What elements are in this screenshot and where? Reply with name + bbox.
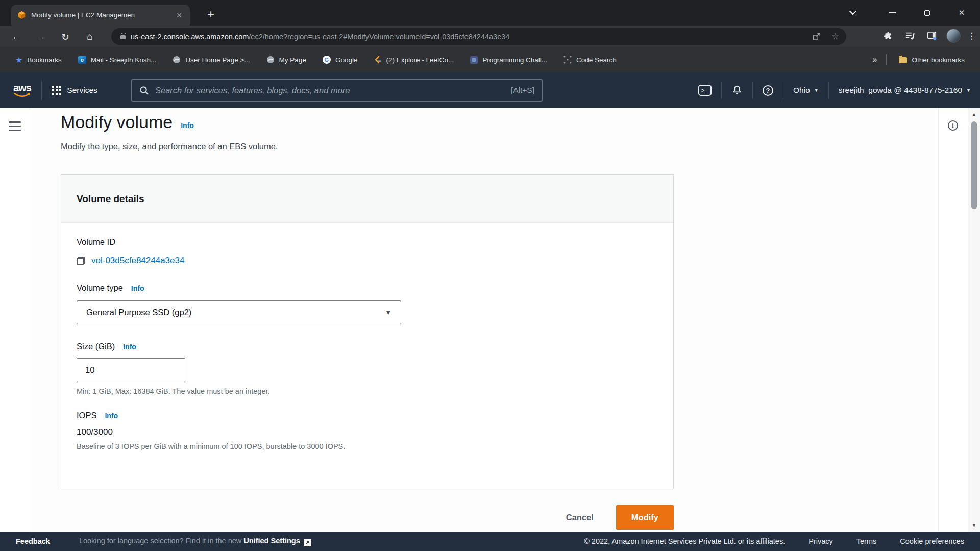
browser-tab[interactable]: Modify volume | EC2 Managemen ✕ xyxy=(11,5,190,26)
bookmark-item-bookmarks[interactable]: ★ Bookmarks xyxy=(7,52,70,67)
scroll-up-icon[interactable]: ▲ xyxy=(968,112,980,117)
nav-divider xyxy=(41,81,42,100)
lock-icon[interactable] xyxy=(120,35,126,39)
bookmark-item-leetcode[interactable]: (2) Explore - LeetCo... xyxy=(365,52,462,67)
star-icon: ★ xyxy=(15,55,22,65)
bookmarks-overflow-chevrons[interactable]: » xyxy=(868,55,883,64)
bookmark-item-user-home[interactable]: User Home Page >... xyxy=(164,52,258,67)
profile-avatar[interactable] xyxy=(946,29,961,43)
bookmark-item-programming[interactable]: Programming Chall... xyxy=(462,52,555,67)
nav-divider xyxy=(783,82,783,99)
cookie-preferences-link[interactable]: Cookie preferences xyxy=(900,537,964,545)
bookmark-item-google[interactable]: G Google xyxy=(314,52,366,67)
chevron-down-icon: ▼ xyxy=(814,88,819,93)
tab-title: Modify volume | EC2 Managemen xyxy=(31,11,159,19)
browser-toolbar: ← → ↻ ⌂ us-east-2.console.aws.amazon.com… xyxy=(0,26,980,47)
bookmark-item-my-page[interactable]: My Page xyxy=(258,52,314,67)
share-icon[interactable] xyxy=(812,32,821,41)
page-subtitle: Modify the type, size, and performance o… xyxy=(61,142,278,152)
aws-ec2-favicon-icon xyxy=(17,11,26,19)
help-icon[interactable]: ? xyxy=(763,85,773,96)
bookmarks-separator xyxy=(886,54,887,65)
main-content: Modify volume Info Modify the type, size… xyxy=(0,108,980,532)
aws-footer: Feedback Looking for language selection?… xyxy=(0,532,980,551)
aws-logo[interactable]: aws xyxy=(13,83,31,98)
cloudshell-icon[interactable]: >_ xyxy=(698,85,712,96)
extensions-puzzle-icon[interactable] xyxy=(880,28,896,43)
region-selector[interactable]: Ohio ▼ xyxy=(793,86,819,95)
url-path: /ec2/home?region=us-east-2#ModifyVolume:… xyxy=(249,33,509,41)
iops-label: IOPS xyxy=(77,411,96,420)
size-hint: Min: 1 GiB, Max: 16384 GiB. The value mu… xyxy=(77,387,658,395)
bookmarks-bar: ★ Bookmarks o Mail - Sreejith Krish... U… xyxy=(0,47,980,72)
notifications-bell-icon[interactable] xyxy=(731,85,743,96)
home-icon[interactable]: ⌂ xyxy=(82,29,98,45)
aws-search-input[interactable] xyxy=(155,86,511,95)
nav-divider xyxy=(721,82,722,99)
aws-search-bar[interactable]: [Alt+S] xyxy=(131,79,543,102)
browser-menu-kebab-icon[interactable]: ⋮ xyxy=(967,31,976,41)
tab-search-chevron-icon[interactable] xyxy=(846,6,860,19)
volume-details-card: Volume details Volume ID vol-03d5cfe8424… xyxy=(61,174,674,489)
size-input[interactable] xyxy=(77,358,185,382)
terms-link[interactable]: Terms xyxy=(856,537,876,545)
copy-icon[interactable] xyxy=(77,257,85,265)
page-scrollbar[interactable]: ▲ ▼ xyxy=(968,108,980,532)
title-info-link[interactable]: Info xyxy=(181,121,194,130)
nav-divider xyxy=(828,82,829,99)
globe-icon xyxy=(266,56,275,64)
back-icon[interactable]: ← xyxy=(8,29,24,45)
app-icon xyxy=(470,56,478,64)
window-maximize-button[interactable] xyxy=(920,6,934,19)
volume-id-link[interactable]: vol-03d5cfe84244a3e34 xyxy=(91,256,184,266)
folder-icon xyxy=(899,57,907,63)
privacy-link[interactable]: Privacy xyxy=(808,537,833,545)
volume-type-value: General Purpose SSD (gp2) xyxy=(86,308,191,317)
volume-id-label: Volume ID xyxy=(77,237,658,247)
window-minimize-button[interactable] xyxy=(886,6,899,19)
volume-type-info-link[interactable]: Info xyxy=(131,284,144,292)
side-panel-icon[interactable] xyxy=(924,28,940,43)
reload-icon[interactable]: ↻ xyxy=(57,29,74,45)
modify-button[interactable]: Modify xyxy=(616,505,674,530)
window-close-button[interactable]: ✕ xyxy=(955,6,968,19)
url-host: us-east-2.console.aws.amazon.com xyxy=(131,33,249,41)
aws-smile-icon xyxy=(13,92,31,98)
volume-type-select[interactable]: General Purpose SSD (gp2) ▼ xyxy=(77,300,401,324)
account-menu[interactable]: sreejith_gowda @ 4438-8775-2160 ▼ xyxy=(839,86,971,95)
feedback-link[interactable]: Feedback xyxy=(16,537,50,545)
outlook-icon: o xyxy=(78,56,86,64)
unified-settings-link[interactable]: Unified Settings xyxy=(243,537,300,545)
card-header: Volume details xyxy=(61,175,673,223)
info-panel-icon[interactable]: i xyxy=(948,120,958,131)
address-bar[interactable]: us-east-2.console.aws.amazon.com/ec2/hom… xyxy=(111,28,846,45)
iops-value: 100/3000 xyxy=(77,427,658,437)
search-shortcut: [Alt+S] xyxy=(511,86,534,95)
iops-hint: Baseline of 3 IOPS per GiB with a minimu… xyxy=(77,442,658,450)
chevron-down-icon: ▼ xyxy=(966,88,971,93)
other-bookmarks-folder[interactable]: Other bookmarks xyxy=(891,52,973,67)
media-controls-icon[interactable] xyxy=(902,28,918,43)
card-title: Volume details xyxy=(77,193,144,205)
bookmark-item-mail[interactable]: o Mail - Sreejith Krish... xyxy=(70,52,164,67)
new-tab-button[interactable]: + xyxy=(203,7,218,22)
bookmark-star-icon[interactable]: ☆ xyxy=(831,31,839,42)
scroll-down-icon[interactable]: ▼ xyxy=(968,523,980,528)
bookmark-item-code-search[interactable]: Code Search xyxy=(555,52,625,67)
nav-divider xyxy=(752,82,753,99)
dots-icon xyxy=(564,56,572,64)
iops-info-link[interactable]: Info xyxy=(105,412,118,420)
hamburger-menu-icon[interactable] xyxy=(9,121,21,131)
right-info-rail: i xyxy=(938,108,968,532)
size-info-link[interactable]: Info xyxy=(123,343,136,351)
scrollbar-thumb[interactable] xyxy=(971,121,977,209)
page-title: Modify volume xyxy=(61,112,173,132)
language-text: Looking for language selection? Find it … xyxy=(79,537,241,545)
tab-close-icon[interactable]: ✕ xyxy=(175,11,184,20)
forward-icon[interactable]: → xyxy=(33,29,49,45)
search-icon xyxy=(139,86,149,95)
volume-type-label: Volume type xyxy=(77,283,123,293)
left-nav-rail xyxy=(0,108,30,532)
cancel-button[interactable]: Cancel xyxy=(561,507,599,529)
services-menu[interactable]: Services xyxy=(52,86,97,95)
